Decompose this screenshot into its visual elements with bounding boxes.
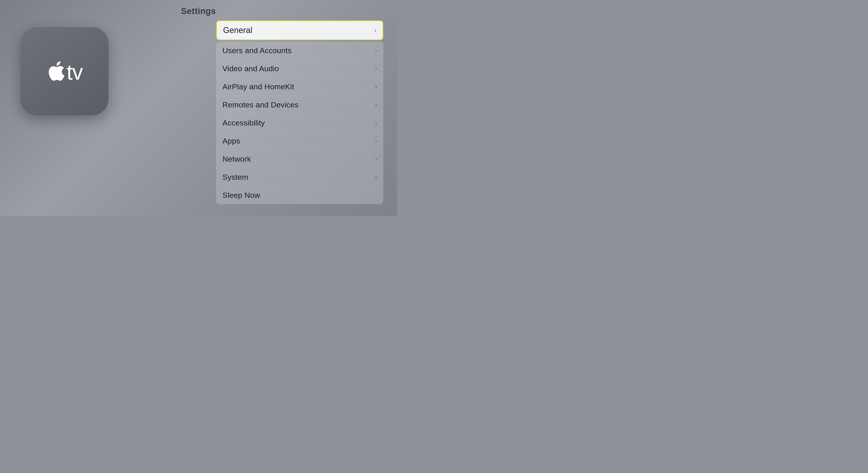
chevron-icon-airplay-and-homekit: › [375, 83, 377, 90]
menu-label-video-and-audio: Video and Audio [222, 64, 279, 73]
menu-label-network: Network [222, 155, 251, 164]
chevron-icon-remotes-and-devices: › [375, 101, 377, 108]
menu-item-apps[interactable]: Apps › [216, 132, 383, 150]
menu-label-users-and-accounts: Users and Accounts [222, 46, 291, 55]
menu-item-system[interactable]: System › [216, 168, 383, 186]
menu-label-apps: Apps [222, 137, 240, 145]
menu-item-remotes-and-devices[interactable]: Remotes and Devices › [216, 96, 383, 114]
tv-text: tv [67, 60, 83, 85]
apple-icon [46, 60, 64, 82]
menu-item-airplay-and-homekit[interactable]: AirPlay and HomeKit › [216, 78, 383, 96]
chevron-icon-network: › [375, 155, 377, 162]
menu-label-system: System [222, 173, 248, 182]
menu-label-airplay-and-homekit: AirPlay and HomeKit [222, 82, 294, 91]
menu-item-sleep-now[interactable]: Sleep Now [216, 186, 383, 204]
menu-item-accessibility[interactable]: Accessibility › [216, 114, 383, 132]
chevron-icon-general: › [374, 27, 376, 34]
menu-item-users-and-accounts[interactable]: Users and Accounts › [216, 41, 383, 60]
menu-items-group: Users and Accounts › Video and Audio › A… [216, 41, 383, 204]
chevron-icon-system: › [375, 174, 377, 181]
page-title: Settings [181, 6, 216, 16]
chevron-icon-video-and-audio: › [375, 65, 377, 72]
menu-label-remotes-and-devices: Remotes and Devices [222, 100, 298, 109]
chevron-icon-accessibility: › [375, 119, 377, 126]
menu-item-video-and-audio[interactable]: Video and Audio › [216, 60, 383, 78]
chevron-icon-apps: › [375, 138, 377, 145]
apple-tv-logo: tv [20, 27, 108, 115]
menu-label-accessibility: Accessibility [222, 118, 265, 127]
menu-item-general[interactable]: General › [216, 20, 383, 40]
menu-label-general: General [223, 26, 252, 35]
menu-item-network[interactable]: Network › [216, 150, 383, 168]
logo-inner: tv [46, 58, 83, 85]
chevron-icon-users-and-accounts: › [375, 47, 377, 54]
settings-menu: General › Users and Accounts › Video and… [216, 20, 383, 204]
menu-label-sleep-now: Sleep Now [222, 191, 260, 200]
